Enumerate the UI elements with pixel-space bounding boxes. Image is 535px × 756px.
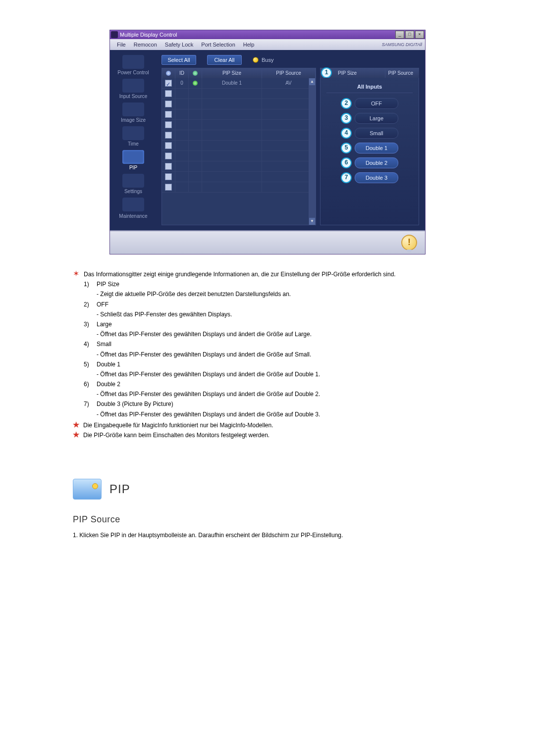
table-row[interactable] [162, 120, 316, 130]
callout-7: 7 [341, 172, 352, 183]
table-row[interactable] [162, 161, 316, 172]
panel-header-left[interactable]: PIP Size [335, 70, 360, 76]
row-checkbox-cell[interactable] [162, 151, 175, 161]
row-id [175, 99, 189, 109]
row-checkbox[interactable] [165, 163, 172, 170]
table-row[interactable] [162, 109, 316, 120]
row-checkbox[interactable] [165, 121, 172, 128]
menu-file[interactable]: File [113, 39, 130, 50]
select-all-button[interactable]: Select All [161, 55, 196, 65]
pip-double3-button[interactable]: Double 3 [355, 172, 398, 183]
row-id [175, 120, 189, 130]
row-checkbox-cell[interactable] [162, 99, 175, 109]
scroll-up-button[interactable]: ▲ [309, 78, 315, 85]
sidebar-item-pip[interactable]: PIP [114, 149, 153, 172]
row-pipsource [262, 172, 316, 182]
table-row[interactable] [162, 130, 316, 141]
pip-icon [122, 150, 144, 164]
row-checkbox-cell[interactable] [162, 161, 175, 171]
sidebar-item-settings[interactable]: Settings [114, 173, 153, 196]
menu-port-selection[interactable]: Port Selection [197, 39, 239, 50]
item-text: - Öffnet das PIP-Fenster des gewählten D… [97, 409, 462, 419]
row-id [175, 109, 189, 119]
item-number: 2) [84, 300, 97, 309]
sidebar-item-label: Input Source [119, 94, 148, 100]
sidebar-item-label: PIP [129, 165, 137, 171]
close-button[interactable]: × [415, 31, 424, 39]
pip-double2-button[interactable]: Double 2 [355, 157, 398, 168]
main-area: Select All Clear All Busy ID [157, 50, 425, 230]
table-row[interactable]: 0Double 1AV [162, 78, 316, 89]
sidebar-item-power-control[interactable]: Power Control [114, 54, 153, 77]
row-checkbox-cell[interactable] [162, 109, 175, 119]
panel-header-right[interactable]: PIP Source [385, 70, 419, 76]
minimize-button[interactable]: _ [395, 31, 404, 39]
row-checkbox[interactable] [165, 80, 172, 87]
maximize-button[interactable]: □ [405, 31, 414, 39]
row-checkbox[interactable] [165, 142, 172, 149]
table-row[interactable] [162, 172, 316, 182]
menu-help[interactable]: Help [239, 39, 259, 50]
row-checkbox[interactable] [165, 184, 172, 191]
clear-all-button[interactable]: Clear All [207, 55, 242, 65]
sidebar-item-time[interactable]: Time [114, 125, 153, 148]
table-row[interactable] [162, 182, 316, 193]
row-checkbox[interactable] [165, 152, 172, 159]
footnote-2: ★ Die PIP-Größe kann beim Einschalten de… [73, 431, 462, 439]
row-id [175, 151, 189, 161]
grid-header-pipsize[interactable]: PIP Size [202, 68, 262, 78]
grid-header-id[interactable]: ID [175, 68, 189, 78]
scroll-down-button[interactable]: ▼ [309, 218, 315, 225]
sidebar-item-image-size[interactable]: Image Size [114, 101, 153, 124]
pip-double1-button[interactable]: Double 1 [355, 143, 398, 153]
row-checkbox-cell[interactable] [162, 141, 175, 151]
panel-body: All Inputs 2 OFF 3 Large 4 Sm [320, 78, 419, 225]
callout-4: 4 [341, 128, 352, 139]
row-checkbox[interactable] [165, 173, 172, 180]
table-row[interactable] [162, 99, 316, 109]
item-text: - Öffnet das PIP-Fenster des gewählten D… [97, 350, 462, 359]
row-id [175, 141, 189, 151]
row-checkbox-cell[interactable] [162, 120, 175, 130]
menu-safety-lock[interactable]: Safety Lock [161, 39, 197, 50]
app-window: Multiple Display Control _ □ × File Remo… [109, 30, 426, 254]
row-pipsource: AV [262, 78, 316, 88]
grid-scrollbar[interactable]: ▲ ▼ [309, 78, 316, 225]
sidebar-item-input-source[interactable]: Input Source [114, 78, 153, 101]
right-panel: 1 PIP Size PIP Source All Inputs 2 OFF [320, 68, 419, 225]
grid-header-status[interactable] [189, 68, 202, 78]
pip-source-heading: PIP Source [73, 513, 462, 525]
grid-header-pipsource[interactable]: PIP Source [262, 68, 316, 78]
row-checkbox-cell[interactable] [162, 78, 175, 88]
row-checkbox[interactable] [165, 111, 172, 118]
item-number: 5) [84, 359, 97, 369]
table-row[interactable] [162, 141, 316, 151]
row-checkbox-cell[interactable] [162, 172, 175, 182]
row-checkbox[interactable] [165, 101, 172, 107]
star-icon: ★ [73, 421, 79, 428]
item-text: - Öffnet das PIP-Fenster des gewählten D… [97, 329, 462, 339]
row-checkbox-cell[interactable] [162, 89, 175, 99]
document-body: ✶ Das Informationsgitter zeigt einige gr… [73, 269, 462, 540]
row-checkbox-cell[interactable] [162, 130, 175, 140]
pip-large-button[interactable]: Large [355, 113, 398, 124]
row-checkbox-cell[interactable] [162, 182, 175, 192]
grid-header-check[interactable] [162, 68, 175, 78]
item-label: PIP Size [97, 279, 462, 289]
row-checkbox[interactable] [165, 132, 172, 139]
pip-off-button[interactable]: OFF [355, 98, 398, 109]
table-row[interactable] [162, 89, 316, 99]
item-label: Small [97, 339, 462, 349]
table-row[interactable] [162, 151, 316, 161]
pip-small-button[interactable]: Small [355, 128, 398, 139]
menu-remocon[interactable]: Remocon [130, 39, 161, 50]
sidebar-item-maintenance[interactable]: Maintenance [114, 197, 153, 220]
row-checkbox[interactable] [165, 90, 172, 97]
item-text: - Öffnet das PIP-Fenster des gewählten D… [97, 369, 462, 379]
power-icon [122, 55, 144, 69]
item-label: Double 1 [97, 359, 462, 369]
row-pipsource [262, 141, 316, 151]
row-status [189, 109, 202, 119]
time-icon [122, 126, 144, 140]
item-number: 7) [84, 399, 97, 409]
